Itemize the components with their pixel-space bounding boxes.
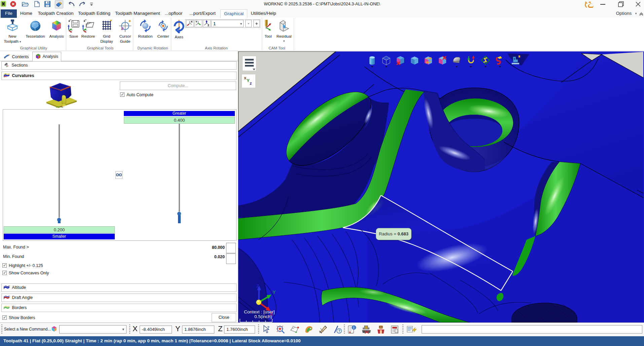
- svg-text:Z: Z: [208, 24, 209, 27]
- svg-text:Z: Z: [256, 283, 259, 289]
- svg-text:?: ?: [267, 325, 270, 330]
- svg-text:Y: Y: [273, 290, 276, 295]
- svg-text:X: X: [191, 20, 193, 23]
- svg-text:?: ?: [338, 329, 341, 333]
- svg-text:Y: Y: [195, 20, 198, 23]
- svg-text:i: i: [353, 326, 354, 330]
